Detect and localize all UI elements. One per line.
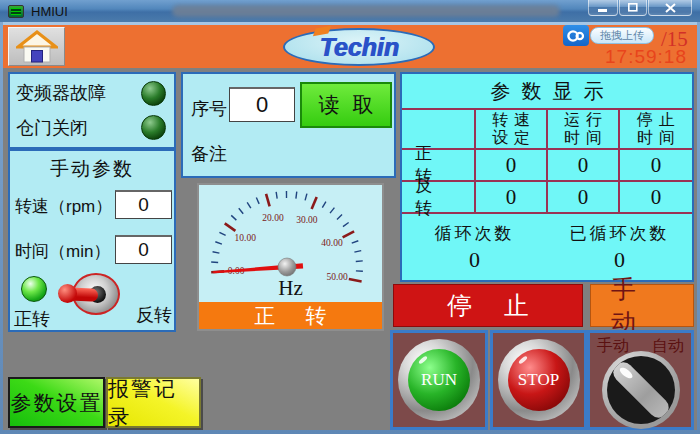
note-label: 备注 xyxy=(191,142,227,166)
door-closed-led-icon xyxy=(141,115,166,140)
cycles-value: 0 xyxy=(469,247,480,273)
cloud-sync-icon[interactable] xyxy=(563,25,589,46)
stop-pushbutton[interactable]: STOP xyxy=(498,339,580,421)
reverse-label: 反转 xyxy=(136,303,172,327)
cycles-done-value: 0 xyxy=(614,247,625,273)
speed-input[interactable] xyxy=(115,190,172,219)
window-title: HMIUI xyxy=(31,4,68,19)
row-reverse-label: 反转 xyxy=(402,182,476,212)
drag-upload-button[interactable]: 拖拽上传 xyxy=(590,27,654,44)
gauge-unit-label: Hz xyxy=(199,276,382,301)
reverse-stoptime-value: 0 xyxy=(620,182,692,212)
maximize-button[interactable] xyxy=(619,0,647,16)
params-display-panel: 参数显示 转速 设定 运行 时间 停止 时间 正转 0 0 0 反转 0 0 xyxy=(400,72,694,282)
cycles-label: 循环次数 xyxy=(435,222,515,245)
brand-logo-text: Techin xyxy=(319,33,399,62)
read-panel: 序号 读取 备注 xyxy=(181,72,396,178)
header-stop-time: 停止 时间 xyxy=(620,110,692,148)
forward-runtime-value: 0 xyxy=(548,150,620,180)
hmi-window: HMIUI xyxy=(0,0,700,434)
forward-run-led-icon xyxy=(21,276,47,302)
mode-selector-panel: 手动 自动 xyxy=(587,330,694,430)
speed-label: 转速（rpm） xyxy=(15,195,112,218)
toggle-ball xyxy=(58,284,77,303)
home-icon xyxy=(16,29,58,64)
selector-lever xyxy=(609,358,673,422)
header-speed-setting: 转速 设定 xyxy=(476,110,548,148)
cycles-done-label: 已循环次数 xyxy=(570,222,670,245)
header-bar: Techin 拖拽上传 /15 17:59:18 xyxy=(3,25,697,68)
run-pushbutton-face: RUN xyxy=(408,349,470,411)
serial-label: 序号 xyxy=(191,97,227,121)
forward-stoptime-value: 0 xyxy=(620,150,692,180)
selector-knob-face xyxy=(607,356,675,424)
minimize-button[interactable] xyxy=(588,0,618,16)
cycles-set: 循环次数 0 xyxy=(402,214,547,280)
params-table-title: 参数显示 xyxy=(402,74,692,110)
manual-mode-button[interactable]: 手动 xyxy=(590,284,694,327)
titlebar-blurred-text xyxy=(172,5,560,17)
alarm-record-button[interactable]: 报警记录 xyxy=(106,377,201,428)
svg-text:20.00: 20.00 xyxy=(262,213,284,223)
direction-toggle-switch[interactable] xyxy=(62,273,120,317)
reverse-runtime-value: 0 xyxy=(548,182,620,212)
params-settings-button[interactable]: 参数设置 xyxy=(8,377,105,428)
close-icon[interactable] xyxy=(648,0,692,16)
params-table: 参数显示 转速 设定 运行 时间 停止 时间 正转 0 0 0 反转 0 0 xyxy=(402,74,692,214)
frequency-gauge-panel: 0.0010.0020.0030.0040.0050.00 Hz 正转 xyxy=(197,183,384,331)
table-row-reverse: 反转 0 0 0 xyxy=(402,182,692,212)
mode-selector-switch[interactable] xyxy=(602,351,680,429)
cycles-section: 循环次数 0 已循环次数 0 xyxy=(402,214,692,280)
titlebar: HMIUI xyxy=(0,0,700,22)
read-button[interactable]: 读取 xyxy=(300,82,392,128)
stop-pushbutton-panel: STOP xyxy=(490,330,587,430)
alarm-row-door: 仓门关闭 xyxy=(10,115,174,140)
header-run-time: 运行 时间 xyxy=(548,110,620,148)
time-label: 时间（min） xyxy=(15,240,110,263)
manual-params-panel: 手动参数 转速（rpm） 时间（min） 正转 反转 xyxy=(8,149,176,332)
alarm-panel: 变频器故障 仓门关闭 xyxy=(8,72,176,149)
svg-text:30.00: 30.00 xyxy=(296,215,318,225)
serial-input[interactable] xyxy=(229,87,295,122)
stop-button[interactable]: 停止 xyxy=(393,284,583,327)
app-icon xyxy=(8,5,24,18)
forward-speed-value: 0 xyxy=(476,150,548,180)
reverse-speed-value: 0 xyxy=(476,182,548,212)
svg-text:10.00: 10.00 xyxy=(235,233,257,243)
forward-label: 正转 xyxy=(14,307,50,331)
cycles-done: 已循环次数 0 xyxy=(547,214,692,280)
run-pushbutton-panel: RUN xyxy=(390,330,488,430)
clock-display: 17:59:18 xyxy=(605,46,687,68)
brand-logo: Techin xyxy=(283,28,435,66)
inverter-fault-led-icon xyxy=(141,81,166,106)
main-content: Techin 拖拽上传 /15 17:59:18 变频器故障 xyxy=(3,22,697,430)
stop-pushbutton-face: STOP xyxy=(508,349,570,411)
alarm-row-inverter: 变频器故障 xyxy=(10,81,174,106)
door-closed-label: 仓门关闭 xyxy=(16,116,88,140)
cloud-upload-widget: 拖拽上传 xyxy=(563,25,654,46)
manual-params-title: 手动参数 xyxy=(10,156,174,182)
gauge-status-bar: 正转 xyxy=(199,302,382,329)
inverter-fault-label: 变频器故障 xyxy=(16,81,106,105)
home-button[interactable] xyxy=(8,27,65,66)
time-input[interactable] xyxy=(115,235,172,264)
svg-text:40.00: 40.00 xyxy=(321,238,343,248)
run-pushbutton[interactable]: RUN xyxy=(398,339,480,421)
